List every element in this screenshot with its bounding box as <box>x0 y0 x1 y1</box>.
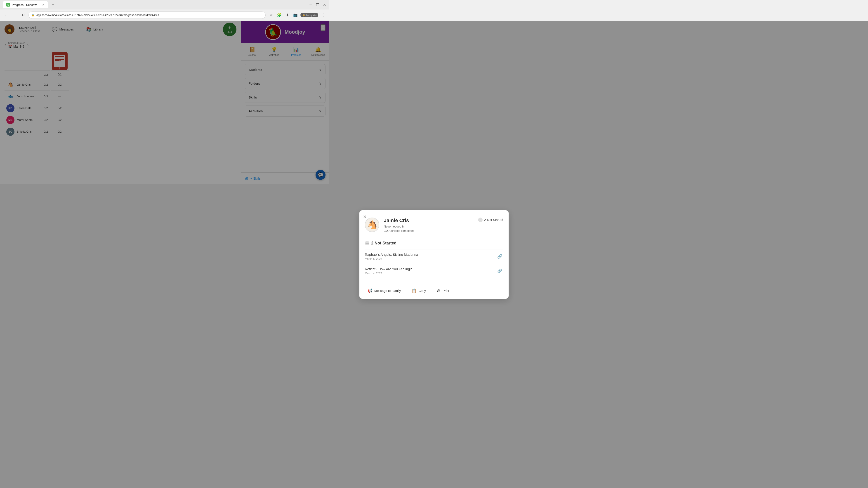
maximize-button[interactable]: ❐ <box>315 3 320 7</box>
back-button[interactable]: ← <box>3 12 9 18</box>
close-button[interactable]: ✕ <box>322 3 327 7</box>
minimize-button[interactable]: ─ <box>309 3 313 7</box>
address-bar[interactable]: 🔒 app.seesaw.me/#/class/class.e01bf4c2-9… <box>29 11 266 19</box>
toolbar-icons: ☆ 🧩 ⬇ 📺 🕵️ Incognito ⋮ <box>268 12 327 18</box>
modal-overlay: ✕ 🐴 Jamie Cris Never logged In 0/2 Activ… <box>0 21 329 184</box>
new-tab-button[interactable]: + <box>50 2 56 8</box>
incognito-label: Incognito <box>306 14 316 17</box>
browser-chrome: S Progress - Seesaw ✕ + ─ ❐ ✕ ← → ↻ 🔒 ap… <box>0 0 329 21</box>
tab-favicon: S <box>6 3 10 6</box>
browser-tab[interactable]: S Progress - Seesaw ✕ <box>3 1 48 8</box>
title-bar: S Progress - Seesaw ✕ + ─ ❐ ✕ <box>0 0 329 9</box>
extensions-button[interactable]: 🧩 <box>276 12 282 18</box>
incognito-badge: 🕵️ Incognito <box>301 13 318 17</box>
browser-toolbar: ← → ↻ 🔒 app.seesaw.me/#/class/class.e01b… <box>0 9 329 21</box>
forward-button[interactable]: → <box>11 12 18 18</box>
download-button[interactable]: ⬇ <box>284 12 290 18</box>
menu-button[interactable]: ⋮ <box>320 12 327 18</box>
cast-button[interactable]: 📺 <box>292 12 299 18</box>
window-controls: ─ ❐ ✕ <box>309 3 327 7</box>
tab-close-button[interactable]: ✕ <box>42 3 44 6</box>
bookmark-button[interactable]: ☆ <box>268 12 274 18</box>
url-text: app.seesaw.me/#/class/class.e01bf4c2-9a2… <box>36 13 263 17</box>
refresh-button[interactable]: ↻ <box>20 12 26 18</box>
lock-icon: 🔒 <box>31 13 35 17</box>
tab-title: Progress - Seesaw <box>12 3 37 6</box>
